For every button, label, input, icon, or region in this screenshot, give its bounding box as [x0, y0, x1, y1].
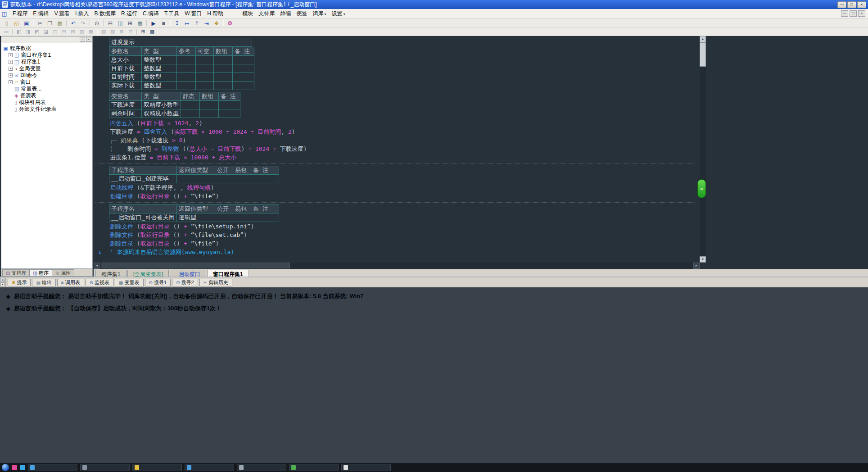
- table-cell[interactable]: [200, 101, 219, 109]
- code-line[interactable]: 四舍五入 (目前下载 ÷ 1024, 2): [109, 119, 698, 127]
- run-to-cursor-button[interactable]: ⇥: [202, 19, 212, 27]
- left-tab-3[interactable]: ▥属性: [52, 269, 74, 276]
- table-cell[interactable]: [196, 56, 214, 64]
- stop-button[interactable]: ■: [158, 19, 168, 27]
- scroll-left-button[interactable]: ◄: [94, 263, 100, 269]
- taskbar-app-4[interactable]: [185, 464, 234, 471]
- table-cell[interactable]: [215, 213, 233, 222]
- output-tab-6[interactable]: ⊙搜寻1: [145, 279, 171, 286]
- output-tab-8[interactable]: ✂剪辑历史: [199, 279, 232, 286]
- table-cell[interactable]: [251, 213, 279, 222]
- menu-item-6[interactable]: R.运行: [118, 9, 140, 18]
- tree-item-5[interactable]: +⊡Dll命令: [1, 72, 92, 79]
- output-close-button[interactable]: ×: [0, 278, 5, 282]
- table-cell[interactable]: [214, 56, 233, 64]
- menu-item-3[interactable]: V.查看: [52, 9, 72, 18]
- lock-controls-button[interactable]: ▩: [148, 28, 157, 35]
- tree-expander-icon[interactable]: +: [9, 80, 13, 84]
- editor-tab-4[interactable]: 窗口程序集1: [207, 270, 249, 277]
- menu-item-7[interactable]: C.编译: [140, 9, 162, 18]
- menu-item-1[interactable]: F.程序: [10, 9, 30, 18]
- panel-float-button[interactable]: ▫: [80, 37, 85, 42]
- code-line[interactable]: 删除文件 (取运行目录 () + “\file\set.cab”): [109, 231, 698, 239]
- step-into-button[interactable]: ↧: [172, 19, 182, 27]
- table-cell[interactable]: 逻辑型: [177, 213, 215, 222]
- table-cell[interactable]: __启动窗口_创建完毕: [109, 175, 177, 183]
- table-cell[interactable]: [196, 64, 214, 73]
- table-cell[interactable]: [215, 175, 233, 183]
- menu-item-2[interactable]: E.编辑: [30, 9, 51, 18]
- table-cell[interactable]: 整数型: [142, 56, 177, 64]
- horizontal-scroll-thumb[interactable]: [101, 263, 290, 268]
- run-button[interactable]: ▶: [149, 19, 158, 27]
- table-cell[interactable]: [177, 82, 196, 90]
- pan-hand-button[interactable]: ❖: [212, 19, 222, 27]
- output-line-2[interactable]: ◆易语言助手提醒您： 【自动保存】启动成功，时间周期为：300秒自动保存1次！: [5, 302, 868, 314]
- tree-expander-icon[interactable]: +: [9, 60, 13, 64]
- grid-toggle-button[interactable]: ⊞: [139, 28, 148, 35]
- code-line[interactable]: 创建目录 (取运行目录 () + “\file”): [109, 192, 698, 200]
- tree-item-9[interactable]: ▯模块引用表: [1, 99, 92, 106]
- taskbar-app-7[interactable]: [341, 464, 391, 471]
- subroutine-name-box[interactable]: 进度显示: [109, 38, 252, 47]
- tree-item-7[interactable]: ▤常量表...: [1, 86, 92, 92]
- tray-icon-1[interactable]: [12, 465, 17, 470]
- tree-item-1[interactable]: ▣程序数据: [1, 45, 92, 52]
- mdi-close-button[interactable]: ×: [858, 10, 865, 17]
- undo-button[interactable]: ↶: [68, 19, 78, 27]
- tree-item-3[interactable]: +◫程序集1: [1, 59, 92, 65]
- minimize-button[interactable]: —: [837, 1, 846, 8]
- table-cell[interactable]: [177, 73, 196, 82]
- table-cell[interactable]: [181, 109, 200, 118]
- tree-expander-icon[interactable]: +: [9, 73, 13, 77]
- table-cell[interactable]: [219, 101, 240, 109]
- output-line-1[interactable]: ◆易语言助手提醒您： 易语言助手加载完毕！ 词库功能[关闭]，自动备份源码已开启…: [5, 290, 868, 302]
- code-line[interactable]: 进度条1.位置 = 目前下载 × 10000 ÷ 总大小: [109, 153, 698, 162]
- editor-tab-2[interactable]: [全局变量表]: [127, 270, 169, 277]
- table-cell[interactable]: [196, 82, 214, 90]
- cascade-windows-button[interactable]: ⊞: [125, 19, 135, 27]
- output-tab-2[interactable]: ▤输出: [32, 279, 55, 286]
- menu-item-4[interactable]: I.插入: [72, 9, 92, 18]
- output-pin-button[interactable]: ▪: [0, 282, 5, 286]
- tree-item-8[interactable]: ◈资源表: [1, 92, 92, 99]
- table-cell[interactable]: 双精度小数型: [142, 109, 181, 118]
- tree-expander-icon[interactable]: +: [9, 67, 13, 71]
- table-cell[interactable]: [233, 82, 254, 90]
- code-line[interactable]: 删除文件 (取运行目录 () + “\file\setup.ini”): [109, 222, 698, 231]
- copy-button[interactable]: ❐: [45, 19, 55, 27]
- table-cell[interactable]: [251, 175, 279, 183]
- tree-expander-icon[interactable]: +: [9, 53, 13, 57]
- taskbar-app-2[interactable]: [80, 464, 130, 471]
- new-file-button[interactable]: ▯: [2, 19, 12, 27]
- vertical-scroll-track[interactable]: [700, 42, 706, 256]
- scroll-right-button[interactable]: ►: [693, 263, 700, 269]
- scroll-up-button[interactable]: ▲: [700, 36, 706, 42]
- step-out-button[interactable]: ↥: [192, 19, 202, 27]
- tree-item-10[interactable]: ▯外部文件记录表: [1, 106, 92, 113]
- table-cell[interactable]: [214, 73, 233, 82]
- menu-right-item-4[interactable]: 便签: [294, 9, 310, 18]
- save-file-button[interactable]: ▣: [22, 19, 32, 27]
- tree-item-6[interactable]: +▱窗口: [1, 79, 92, 86]
- menu-item-8[interactable]: T.工具: [162, 9, 182, 18]
- menu-right-item-1[interactable]: 模块: [240, 9, 256, 18]
- horizontal-scroll-track[interactable]: [100, 263, 693, 269]
- table-cell[interactable]: 总大小: [109, 56, 142, 64]
- left-tab-2[interactable]: ◫程序: [29, 269, 52, 276]
- split-vertical-button[interactable]: ◫: [115, 19, 125, 27]
- start-button[interactable]: [2, 464, 9, 471]
- output-tab-3[interactable]: ≡调用表: [57, 279, 84, 286]
- output-tab-5[interactable]: ▦变量表: [115, 279, 143, 286]
- step-over-button[interactable]: ↦: [182, 19, 192, 27]
- table-cell[interactable]: [214, 82, 233, 90]
- table-cell[interactable]: 剩余时间: [109, 109, 142, 118]
- table-cell[interactable]: [233, 56, 254, 64]
- editor-horizontal-scrollbar[interactable]: ◄►: [94, 263, 700, 269]
- menu-right-item-3[interactable]: 静编: [277, 9, 294, 18]
- code-line[interactable]: 启动线程 (&下载子程序, , 线程句柄): [109, 183, 698, 192]
- table-cell[interactable]: 整数型: [142, 73, 177, 82]
- output-tab-4[interactable]: ⊙监视表: [86, 279, 113, 286]
- find-button[interactable]: ⊙: [92, 19, 102, 27]
- code-line[interactable]: ╎ 剩余时间 = 到整数 ((总大小 - 目前下载) ÷ 1024 ÷ 下载速度…: [109, 145, 698, 153]
